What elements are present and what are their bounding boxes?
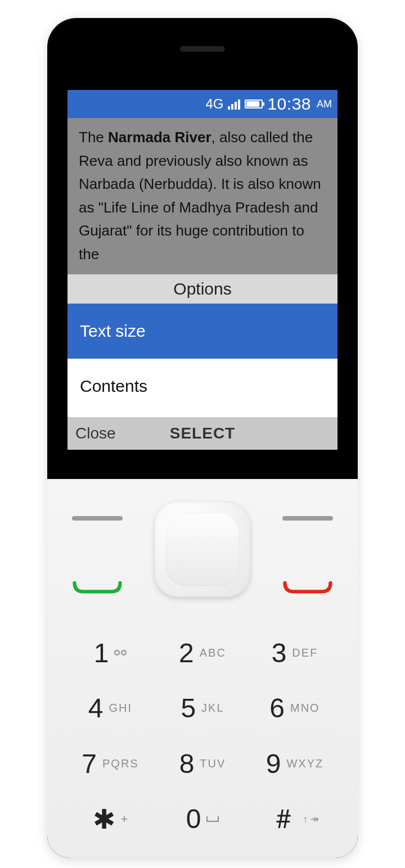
key-8[interactable]: 8 TUV [156,736,249,792]
key-hash[interactable]: ＃ ↑ ↠ [249,792,341,847]
softkey-center[interactable]: SELECT [160,424,245,442]
softkey-bar: Close SELECT [68,417,338,450]
key-9[interactable]: 9 WXYZ [249,736,341,792]
options-title: Options [173,279,231,299]
earpiece [180,46,225,52]
key-5[interactable]: 5 JKL [156,681,249,736]
key-3[interactable]: 3 DEF [249,625,341,681]
option-label: Contents [80,377,147,396]
key-6[interactable]: 6 MNO [249,681,341,736]
key-4[interactable]: 4 GHI [64,681,156,736]
screen: 4G 10:38 AM The Narmada River, also call… [68,90,338,450]
left-soft-button[interactable] [72,516,123,521]
softkey-left[interactable]: Close [75,424,160,442]
battery-icon [245,100,263,108]
option-label: Text size [80,322,146,341]
voicemail-icon [114,650,127,655]
signal-icon [228,98,240,110]
article-preview: The Narmada River, also called the Reva … [68,118,338,274]
dpad-center[interactable] [166,513,239,586]
keypad-body: 1 2 ABC 3 DEF 4 GHI 5 JKL [47,479,358,858]
phone-frame: 4G 10:38 AM The Narmada River, also call… [47,18,358,858]
key-0[interactable]: 0 [156,792,249,847]
key-star[interactable]: ✱ + [64,792,156,847]
numeric-keypad: 1 2 ABC 3 DEF 4 GHI 5 JKL [64,625,341,847]
clock-ampm: AM [316,98,332,110]
options-header: Options [68,274,338,304]
option-text-size[interactable]: Text size [68,304,338,359]
call-button[interactable] [72,580,123,596]
right-soft-button[interactable] [282,516,333,521]
options-list: Text size Contents Gallery [68,304,338,417]
network-label: 4G [205,96,223,112]
nav-cluster [47,501,358,608]
dim-overlay [68,118,338,274]
space-icon [206,816,219,822]
end-call-button[interactable] [282,580,333,596]
option-contents[interactable]: Contents [68,359,338,414]
dpad[interactable] [155,501,250,597]
clock-time: 10:38 [267,94,311,114]
status-bar: 4G 10:38 AM [68,90,338,118]
key-2[interactable]: 2 ABC [156,625,249,681]
key-7[interactable]: 7 PQRS [64,736,156,792]
key-1[interactable]: 1 [64,625,156,681]
